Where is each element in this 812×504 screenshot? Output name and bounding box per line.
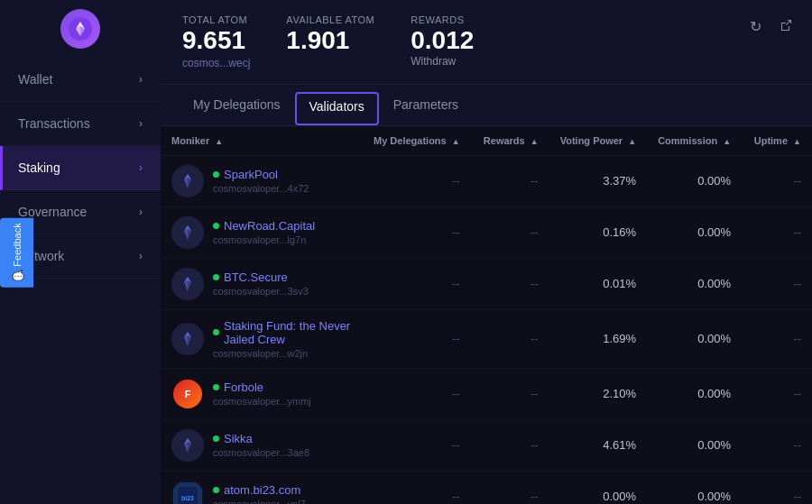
validator-name[interactable]: BTC.Secure (213, 270, 309, 284)
rewards-stat: Rewards 0.012 Withdraw (411, 14, 474, 68)
validator-uptime: -- (742, 471, 812, 504)
validator-voting-power: 3.37% (549, 155, 647, 206)
validator-voting-power: 0.01% (549, 258, 647, 309)
table-row[interactable]: Sikka cosmosvaloper...3ae8 -- -- 4.61% 0… (161, 419, 812, 471)
table-row[interactable]: SparkPool cosmosvaloper...4x72 -- -- 3.3… (161, 155, 812, 206)
sidebar-item-staking[interactable]: Staking › (0, 146, 161, 190)
table-row[interactable]: F Forbole cosmosvaloper...ymmj -- -- 2.1… (161, 368, 812, 419)
table-row[interactable]: Staking Fund: the Never Jailed Crew cosm… (161, 309, 812, 368)
validator-address: cosmosvaloper...3ae8 (213, 447, 309, 458)
available-atom-label: Available ATOM (286, 14, 374, 25)
app-logo (60, 9, 100, 49)
validators-table-container: Moniker ▲ My Delegations ▲ Rewards ▲ Vot… (161, 126, 812, 504)
validator-uptime: -- (742, 206, 812, 258)
table-row[interactable]: NewRoad.Capital cosmosvaloper...lg7n -- … (161, 206, 812, 258)
col-header-uptime[interactable]: Uptime ▲ (742, 126, 812, 156)
validator-moniker-cell: bi23 atom.bi23.com cosmosvaloper...vnl7 (161, 471, 363, 504)
tab-validators[interactable]: Validators (295, 92, 379, 125)
feedback-button[interactable]: 💬 Feedback (0, 217, 33, 287)
available-atom-value: 1.901 (286, 27, 374, 55)
total-atom-label: Total ATOM (182, 14, 250, 25)
chevron-right-icon: › (139, 206, 143, 218)
export-icon[interactable] (776, 14, 798, 40)
logo-area (0, 0, 161, 58)
feedback-icon: 💬 (11, 270, 23, 281)
validator-commission: 0.00% (647, 419, 742, 471)
validator-commission: 0.00% (647, 258, 742, 309)
feedback-wrapper: 💬 Feedback (0, 217, 33, 287)
validator-name[interactable]: Staking Fund: the Never Jailed Crew (213, 319, 352, 346)
col-header-delegations[interactable]: My Delegations ▲ (363, 126, 471, 156)
validator-delegations: -- (363, 471, 471, 504)
validator-rewards: -- (471, 419, 549, 471)
validator-commission: 0.00% (647, 155, 742, 206)
total-atom-address[interactable]: cosmos...wecj (182, 57, 250, 69)
col-header-voting-power[interactable]: Voting Power ▲ (549, 126, 647, 156)
available-atom-stat: Available ATOM 1.901 (286, 14, 374, 55)
table-row[interactable]: bi23 atom.bi23.com cosmosvaloper...vnl7 … (161, 471, 812, 504)
validator-voting-power: 4.61% (549, 419, 647, 471)
validator-delegations: -- (363, 258, 471, 309)
validator-commission: 0.00% (647, 206, 742, 258)
col-header-moniker[interactable]: Moniker ▲ (161, 126, 363, 156)
tabs-bar: My Delegations Validators Parameters (161, 85, 812, 126)
validator-rewards: -- (471, 155, 549, 206)
status-dot (213, 435, 219, 442)
table-row[interactable]: BTC.Secure cosmosvaloper...3sv3 -- -- 0.… (161, 258, 812, 309)
stats-bar: Total ATOM 9.651 cosmos...wecj Available… (161, 0, 812, 85)
validator-address: cosmosvaloper...ymmj (213, 396, 311, 407)
validator-moniker-cell: F Forbole cosmosvaloper...ymmj (161, 368, 363, 419)
validator-uptime: -- (742, 368, 812, 419)
total-atom-stat: Total ATOM 9.651 cosmos...wecj (182, 14, 250, 69)
validator-moniker-cell: BTC.Secure cosmosvaloper...3sv3 (161, 258, 363, 309)
validator-name[interactable]: Forbole (213, 380, 311, 394)
svg-text:bi23: bi23 (181, 495, 194, 501)
col-header-commission[interactable]: Commission ▲ (647, 126, 742, 156)
chevron-right-icon: › (139, 73, 143, 86)
validator-moniker-cell: Staking Fund: the Never Jailed Crew cosm… (161, 309, 363, 368)
validator-moniker-cell: Sikka cosmosvaloper...3ae8 (161, 419, 363, 471)
chevron-right-icon: › (139, 117, 143, 130)
tab-my-delegations[interactable]: My Delegations (179, 85, 295, 126)
validator-delegations: -- (363, 206, 471, 258)
status-dot (213, 487, 219, 493)
withdraw-button[interactable]: Withdraw (411, 55, 474, 68)
chevron-right-icon: › (139, 161, 143, 174)
validator-name[interactable]: Sikka (213, 432, 309, 445)
validator-delegations: -- (363, 368, 471, 419)
sidebar-item-transactions[interactable]: Transactions › (0, 102, 161, 146)
validators-table: Moniker ▲ My Delegations ▲ Rewards ▲ Vot… (161, 126, 812, 504)
status-dot (213, 171, 219, 178)
table-header-row: Moniker ▲ My Delegations ▲ Rewards ▲ Vot… (161, 126, 812, 156)
validator-voting-power: 1.69% (549, 309, 647, 368)
validator-rewards: -- (471, 471, 549, 504)
sort-moniker-icon: ▲ (215, 137, 223, 146)
sort-uptime-icon: ▲ (793, 137, 801, 146)
validator-commission: 0.00% (647, 471, 742, 504)
rewards-label: Rewards (411, 14, 474, 25)
validator-uptime: -- (742, 419, 812, 471)
sort-rewards-icon: ▲ (531, 137, 539, 146)
validator-voting-power: 2.10% (549, 368, 647, 419)
validator-delegations: -- (363, 419, 471, 471)
validator-delegations: -- (363, 155, 471, 206)
validator-name[interactable]: NewRoad.Capital (213, 219, 315, 233)
validator-commission: 0.00% (647, 309, 742, 368)
sort-delegations-icon: ▲ (452, 137, 460, 146)
validator-uptime: -- (742, 309, 812, 368)
validator-name[interactable]: SparkPool (213, 168, 309, 181)
validator-rewards: -- (471, 368, 549, 419)
validator-commission: 0.00% (647, 368, 742, 419)
tab-parameters[interactable]: Parameters (379, 85, 473, 126)
validator-moniker-cell: SparkPool cosmosvaloper...4x72 (161, 155, 363, 206)
sidebar-item-wallet[interactable]: Wallet › (0, 58, 161, 102)
validator-address: cosmosvaloper...4x72 (213, 183, 309, 194)
validator-voting-power: 0.16% (549, 206, 647, 258)
refresh-icon[interactable]: ↻ (746, 14, 765, 40)
stats-actions: ↻ (746, 14, 798, 40)
validator-address: cosmosvaloper...vnl7 (213, 499, 306, 504)
validator-name[interactable]: atom.bi23.com (213, 483, 306, 497)
col-header-rewards[interactable]: Rewards ▲ (471, 126, 549, 156)
status-dot (213, 274, 219, 280)
validator-rewards: -- (471, 309, 549, 368)
